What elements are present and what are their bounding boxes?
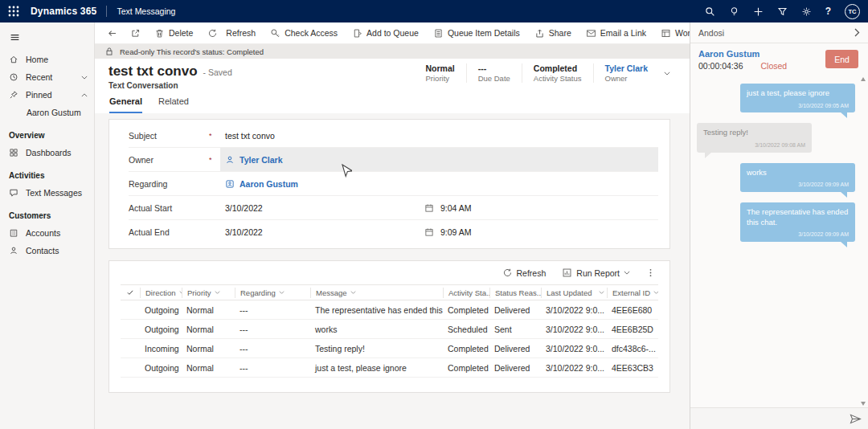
- chat-status-badge: Closed: [760, 61, 787, 71]
- table-row[interactable]: Outgoing Normal --- The representative h…: [121, 300, 658, 320]
- refresh-button[interactable]: Refresh: [201, 25, 262, 42]
- sitemap-collapse-icon[interactable]: [0, 27, 94, 51]
- save-status: - Saved: [203, 67, 232, 77]
- subgrid-overflow-button[interactable]: [640, 264, 661, 281]
- chevron-right-icon[interactable]: [854, 28, 860, 37]
- add-to-queue-icon: [352, 28, 362, 39]
- sidebar-section-activities: Activities: [0, 161, 94, 184]
- tab-general[interactable]: General: [109, 96, 142, 113]
- delete-button[interactable]: Delete: [148, 25, 199, 42]
- actual-start-date[interactable]: 3/10/2022: [225, 203, 424, 213]
- contact-badge-icon: [225, 179, 235, 189]
- record-type: Text Conversation: [108, 81, 232, 90]
- actual-end-date[interactable]: 3/10/2022: [225, 227, 424, 237]
- sidebar-item-recent[interactable]: Recent: [0, 68, 94, 86]
- help-icon[interactable]: ?: [825, 6, 831, 17]
- column-header-message[interactable]: Message: [310, 288, 443, 298]
- tab-related[interactable]: Related: [158, 96, 189, 113]
- plus-icon[interactable]: [753, 6, 764, 17]
- column-header-direction[interactable]: Direction: [140, 288, 182, 298]
- calendar-icon: [424, 203, 434, 213]
- field-row-regarding: Regarding Aaron Gustum: [129, 172, 658, 196]
- header-expand-chevron-icon[interactable]: [664, 72, 670, 76]
- column-header-last-updated[interactable]: Last Updated: [541, 288, 607, 298]
- sidebar-item-pinned[interactable]: Pinned: [0, 86, 94, 104]
- clock-icon: [9, 72, 18, 82]
- app-name[interactable]: Text Messaging: [117, 6, 175, 16]
- sidebar-item-contacts[interactable]: Contacts: [0, 242, 94, 259]
- scroll-down-arrow-icon[interactable]: [861, 402, 866, 406]
- sidebar-item-home[interactable]: Home: [0, 51, 94, 68]
- send-icon[interactable]: [850, 414, 862, 424]
- back-button[interactable]: [101, 25, 123, 42]
- chat-input-bar: [690, 407, 868, 429]
- scroll-up-arrow-icon[interactable]: [861, 77, 866, 81]
- select-all-checkmark-icon[interactable]: [121, 288, 140, 298]
- user-avatar[interactable]: TC: [845, 4, 860, 19]
- word-templates-icon: [661, 28, 671, 39]
- sidebar-item-text-messages[interactable]: Text Messages: [0, 184, 94, 202]
- record-header: test txt convo - Saved Text Conversation…: [95, 59, 690, 93]
- search-icon[interactable]: [705, 6, 715, 17]
- add-to-queue-button[interactable]: Add to Queue: [346, 25, 425, 42]
- lightbulb-icon[interactable]: [729, 6, 739, 17]
- chat-session-timer: 00:00:04:36: [698, 61, 743, 71]
- chat-bubble-incoming: Testing reply! 3/10/2022 09:08 AM: [697, 123, 812, 152]
- brand-title[interactable]: Dynamics 365: [31, 6, 96, 17]
- check-access-button[interactable]: Check Access: [264, 25, 344, 42]
- column-header-regarding[interactable]: Regarding: [235, 288, 310, 298]
- share-button[interactable]: Share: [528, 25, 578, 42]
- filter-icon[interactable]: [777, 6, 788, 17]
- owner-value[interactable]: Tyler Clark: [220, 148, 658, 171]
- end-chat-button[interactable]: End: [825, 50, 858, 68]
- chevron-down-icon: [624, 271, 630, 275]
- chat-message-input[interactable]: [697, 415, 845, 423]
- app-launcher-waffle-icon[interactable]: [8, 6, 19, 17]
- chat-scrollbar[interactable]: [859, 77, 866, 406]
- run-report-button[interactable]: Run Report: [555, 264, 637, 281]
- actual-end-time[interactable]: 9:09 AM: [424, 227, 472, 237]
- chevron-down-icon[interactable]: [81, 76, 88, 80]
- chevron-up-icon[interactable]: [81, 93, 88, 97]
- sidebar-pinned-record[interactable]: Aaron Gustum: [0, 104, 94, 121]
- sidebar-item-dashboards[interactable]: Dashboards: [0, 144, 94, 161]
- table-row[interactable]: Outgoing Normal --- just a test, please …: [121, 358, 658, 378]
- grid-header-row: Direction Priority Regarding Message Act…: [121, 284, 658, 300]
- regarding-value[interactable]: Aaron Gustum: [220, 172, 658, 195]
- header-field-owner[interactable]: Tyler Clark Owner: [594, 63, 660, 83]
- chat-bubble-outgoing: works 3/10/2022 09:09 AM: [740, 163, 855, 192]
- chat-bubble-outgoing: just a test, please ignore 3/10/2022 09:…: [740, 84, 855, 112]
- trash-icon: [154, 28, 165, 39]
- subject-value[interactable]: test txt convo: [220, 124, 658, 147]
- subgrid-refresh-button[interactable]: Refresh: [496, 264, 553, 281]
- form-tabs: General Related: [95, 93, 690, 113]
- column-header-status-reason[interactable]: Status Reas...: [489, 288, 541, 298]
- popout-icon: [130, 28, 141, 39]
- field-row-owner: Owner * Tyler Clark: [129, 148, 658, 172]
- sidebar-item-accounts[interactable]: Accounts: [0, 224, 94, 242]
- header-field-due-date: --- Due Date: [467, 63, 522, 83]
- field-row-actual-end: Actual End 3/10/2022 9:09 AM: [129, 220, 658, 244]
- chat-provider-title: Andosi: [698, 28, 724, 38]
- chat-message-list[interactable]: just a test, please ignore 3/10/2022 09:…: [690, 76, 868, 407]
- email-a-link-button[interactable]: Email a Link: [579, 25, 653, 42]
- required-marker: *: [209, 156, 220, 164]
- report-icon: [562, 268, 572, 278]
- column-header-external-id[interactable]: External ID: [607, 288, 658, 298]
- chat-bubble-timestamp: 3/10/2022 09:09 AM: [747, 231, 849, 238]
- settings-gear-icon[interactable]: [801, 6, 812, 17]
- column-header-activity-status[interactable]: Activity Sta...: [443, 288, 489, 298]
- table-row[interactable]: Incoming Normal --- Testing reply! Compl…: [121, 339, 658, 358]
- general-section-card: Subject * test txt convo Owner * Tyler C…: [108, 119, 670, 249]
- queue-item-details-button[interactable]: Queue Item Details: [427, 25, 526, 42]
- record-title: test txt convo: [108, 63, 198, 80]
- top-navbar: Dynamics 365 Text Messaging ? TC: [0, 0, 868, 22]
- table-row[interactable]: Outgoing Normal --- works Scheduled Sent…: [121, 320, 658, 339]
- open-in-new-window-button[interactable]: [125, 25, 146, 42]
- chat-panel-header: Andosi: [690, 22, 868, 43]
- chat-bubble-outgoing: The representative has ended this chat. …: [740, 202, 855, 242]
- actual-start-time[interactable]: 9:04 AM: [424, 203, 472, 213]
- chat-session-header: Aaron Gustum 00:00:04:36 Closed End: [690, 43, 868, 76]
- column-header-priority[interactable]: Priority: [182, 288, 235, 298]
- refresh-icon: [207, 28, 218, 39]
